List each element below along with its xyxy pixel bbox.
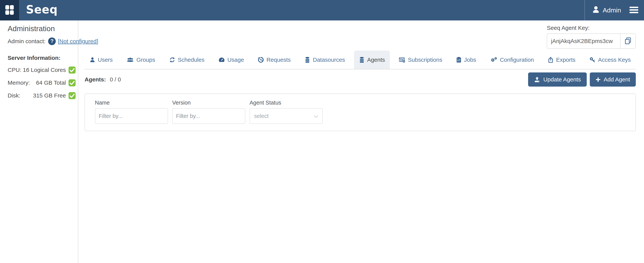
agents-toolbar: Agents: 0 / 0 Update Agents Add Agent (84, 72, 636, 87)
seeq-logo[interactable]: Seeq (26, 4, 58, 17)
user-icon (90, 57, 95, 63)
tab-datasources[interactable]: Datasources (300, 51, 350, 69)
agent-status-filter-field: Agent Status select (250, 100, 323, 124)
tab-jobs[interactable]: Jobs (451, 51, 481, 69)
memory-label: Memory: (8, 80, 30, 86)
tab-groups[interactable]: Groups (122, 51, 160, 69)
agents-count-label: Agents: (84, 76, 106, 83)
top-navigation-bar: Seeq Admin (0, 0, 644, 21)
tab-usage[interactable]: Usage (214, 51, 249, 69)
update-agents-button[interactable]: Update Agents (528, 72, 587, 87)
page-title: Administration (8, 24, 78, 33)
main-content: Seeq Agent Key: Users (78, 21, 644, 263)
copy-icon (624, 37, 632, 46)
server-info-row-cpu: CPU: 16 Logical Cores (8, 67, 76, 74)
admin-contact-row: Admin contact: ? [Not configured] (8, 38, 78, 45)
agent-key-input[interactable] (547, 34, 620, 48)
agent-key-group (547, 34, 636, 49)
clipboard-icon (456, 57, 462, 63)
tab-access-keys[interactable]: Access Keys (584, 51, 636, 69)
name-filter-input[interactable] (95, 108, 168, 124)
chevron-down-icon (314, 113, 318, 119)
agent-status-filter-label: Agent Status (250, 100, 323, 106)
server-information-section: Server Information: CPU: 16 Logical Core… (8, 55, 78, 99)
sync-icon (169, 57, 175, 63)
main-layout: Administration Admin contact: ? [Not con… (0, 21, 644, 263)
help-icon[interactable]: ? (48, 38, 56, 45)
agent-key-label: Seeq Agent Key: (547, 25, 636, 31)
tab-users[interactable]: Users (84, 51, 118, 69)
version-filter-label: Version (172, 100, 245, 106)
left-sidebar: Administration Admin contact: ? [Not con… (0, 21, 78, 263)
tab-subscriptions[interactable]: Subscriptions (394, 51, 447, 69)
database-icon (304, 57, 310, 63)
agents-count-value: 0 / 0 (110, 76, 121, 83)
tab-configuration[interactable]: Configuration (485, 51, 539, 69)
cpu-value: 16 Logical Cores (23, 67, 66, 73)
plus-icon (596, 77, 601, 82)
tab-schedules[interactable]: Schedules (164, 51, 210, 69)
database-icon (359, 57, 365, 63)
version-filter-input[interactable] (172, 108, 245, 124)
svg-text:%: % (260, 58, 263, 62)
table-sync-icon (399, 57, 405, 63)
admin-tabs: Users Groups Schedules Usage % Requests … (84, 51, 636, 69)
key-icon (590, 57, 596, 63)
requests-icon: % (258, 57, 264, 63)
status-ok-icon (68, 67, 76, 74)
memory-value: 64 GB Total (36, 80, 66, 86)
tab-requests[interactable]: % Requests (253, 51, 296, 69)
gears-icon (490, 57, 497, 63)
name-filter-field: Name (95, 100, 168, 124)
status-ok-icon (68, 92, 76, 99)
agent-key-section: Seeq Agent Key: (547, 25, 636, 49)
gauge-icon (218, 57, 225, 63)
add-agent-button[interactable]: Add Agent (590, 72, 636, 87)
admin-contact-label: Admin contact: (8, 38, 46, 45)
export-icon (548, 57, 554, 63)
server-information-heading: Server Information: (8, 55, 78, 61)
agents-count: Agents: 0 / 0 (84, 76, 121, 83)
server-info-row-memory: Memory: 64 GB Total (8, 79, 76, 86)
hamburger-icon (630, 7, 638, 14)
version-filter-field: Version (172, 100, 245, 124)
upload-icon (534, 77, 540, 83)
status-ok-icon (68, 79, 76, 86)
users-icon (126, 57, 134, 63)
hamburger-menu-button[interactable] (630, 7, 638, 14)
topbar-divider (584, 0, 585, 21)
agent-status-select-value: select (254, 113, 269, 119)
name-filter-label: Name (95, 100, 168, 106)
server-info-row-disk: Disk: 315 GB Free (8, 92, 76, 99)
cpu-label: CPU: (8, 67, 22, 73)
disk-label: Disk: (8, 92, 20, 99)
user-name: Admin (603, 7, 621, 14)
tab-exports[interactable]: Exports (543, 51, 580, 69)
disk-value: 315 GB Free (33, 92, 66, 99)
user-icon (592, 6, 600, 15)
copy-agent-key-button[interactable] (620, 34, 636, 48)
agent-status-select[interactable]: select (250, 108, 323, 124)
app-grid-button[interactable] (0, 0, 19, 21)
user-menu[interactable]: Admin (592, 6, 621, 15)
app-grid-icon (5, 5, 14, 16)
tab-agents[interactable]: Agents (354, 51, 390, 69)
agents-filter-panel: Name Version Agent Status select (84, 94, 636, 131)
